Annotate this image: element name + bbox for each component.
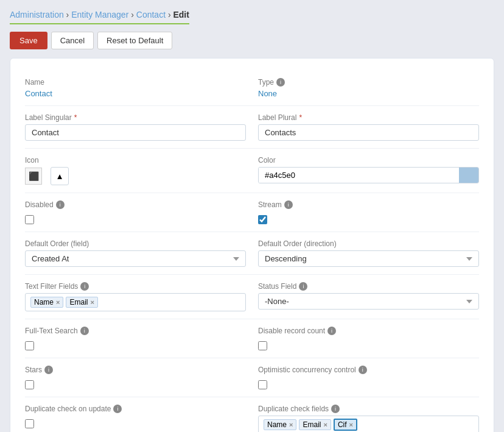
fulltext-checkbox[interactable] <box>25 341 34 350</box>
dup-fields-group: Duplicate check fields i Name × Email × … <box>258 405 479 432</box>
breadcrumb-sep2: › <box>131 10 136 19</box>
disable-record-info-icon: i <box>327 327 336 335</box>
default-order-direction-group: Default Order (direction) Descending <box>258 239 479 267</box>
optimistic-checkbox-group <box>258 377 479 389</box>
label-singular-input[interactable] <box>25 124 246 141</box>
stars-checkbox-group <box>25 377 246 389</box>
fulltext-checkbox-group <box>25 338 246 350</box>
dup-fields-info-icon: i <box>331 405 340 413</box>
chevron-up-button[interactable]: ▲ <box>51 167 69 185</box>
label-singular-label: Label Singular * <box>25 113 246 122</box>
label-singular-group: Label Singular * <box>25 113 246 141</box>
stream-group: Stream i <box>258 200 479 224</box>
dup-fields-label: Duplicate check fields i <box>258 405 479 413</box>
status-field-select[interactable]: -None- <box>258 293 479 310</box>
dup-tag-name: Name × <box>264 419 296 430</box>
default-order-field-label: Default Order (field) <box>25 239 246 248</box>
tag-email-remove[interactable]: × <box>90 299 94 306</box>
label-plural-label: Label Plural * <box>258 113 479 122</box>
tag-name-remove[interactable]: × <box>56 299 60 306</box>
disabled-label: Disabled i <box>25 200 246 209</box>
color-text-input[interactable] <box>259 168 459 183</box>
stream-info-icon: i <box>284 200 293 209</box>
icon-label: Icon <box>25 156 246 165</box>
breadcrumb-edit: Edit <box>173 10 189 19</box>
optimistic-label: Optimistic concurrency control i <box>258 366 479 374</box>
type-group: Type i None <box>258 78 479 98</box>
stream-checkbox[interactable] <box>258 215 267 224</box>
disable-record-checkbox-group <box>258 338 479 350</box>
color-swatch[interactable] <box>459 168 478 183</box>
dup-tag-name-remove[interactable]: × <box>289 421 293 428</box>
stream-label: Stream i <box>258 200 479 209</box>
row-icon-color: Icon ⬛ ▲ Color <box>25 149 479 193</box>
dup-tag-email: Email × <box>299 419 331 430</box>
tag-name: Name × <box>30 297 63 308</box>
disabled-checkbox-group <box>25 211 246 224</box>
breadcrumb-contact[interactable]: Contact <box>136 10 166 19</box>
icon-preview: ⬛ <box>25 168 42 185</box>
cancel-button[interactable]: Cancel <box>51 32 94 49</box>
label-plural-input[interactable] <box>258 124 479 141</box>
reset-button[interactable]: Reset to Default <box>97 32 172 49</box>
row-text-filter-status: Text Filter Fields i Name × Email × Stat… <box>25 275 479 319</box>
text-filter-group: Text Filter Fields i Name × Email × <box>25 282 246 311</box>
row-labels: Label Singular * Label Plural * <box>25 106 479 149</box>
disable-record-checkbox[interactable] <box>258 341 267 350</box>
disable-record-label: Disable record count i <box>258 327 479 335</box>
row-disabled-stream: Disabled i Stream i <box>25 193 479 232</box>
stars-label: Stars i <box>25 366 246 374</box>
stars-checkbox[interactable] <box>25 380 34 389</box>
toolbar: Save Cancel Reset to Default <box>10 32 494 49</box>
color-input-wrap <box>258 167 479 183</box>
breadcrumb-entity-manager[interactable]: Entity Manager <box>71 10 128 19</box>
type-label: Type i <box>258 78 479 87</box>
type-value: None <box>258 89 479 98</box>
dup-fields-tags[interactable]: Name × Email × Cif × <box>258 416 479 432</box>
stars-group: Stars i <box>25 366 246 389</box>
row-name-type: Name Contact Type i None <box>25 71 479 106</box>
breadcrumb-admin[interactable]: Administration <box>10 10 64 19</box>
color-group: Color <box>258 156 479 185</box>
fulltext-label: Full-Text Search i <box>25 327 246 335</box>
optimistic-info-icon: i <box>359 366 367 374</box>
disabled-group: Disabled i <box>25 200 246 224</box>
form-card: Name Contact Type i None Label Singular … <box>10 58 494 432</box>
dup-update-label: Duplicate check on update i <box>25 405 246 413</box>
row-stars-optimistic: Stars i Optimistic concurrency control i <box>25 358 479 397</box>
breadcrumb-sep1: › <box>66 10 72 19</box>
disabled-checkbox[interactable] <box>25 215 34 224</box>
type-info-icon: i <box>276 78 285 87</box>
dup-update-group: Duplicate check on update i <box>25 405 246 432</box>
dup-update-checkbox[interactable] <box>25 419 34 428</box>
disable-record-group: Disable record count i <box>258 327 479 350</box>
breadcrumb: Administration › Entity Manager › Contac… <box>10 10 494 32</box>
default-order-direction-select[interactable]: Descending <box>258 250 479 267</box>
name-group: Name Contact <box>25 78 246 98</box>
optimistic-checkbox[interactable] <box>258 380 267 389</box>
stream-checkbox-group <box>258 211 479 224</box>
color-label: Color <box>258 156 479 165</box>
status-field-label: Status Field i <box>258 282 479 291</box>
name-label: Name <box>25 78 246 87</box>
text-filter-label: Text Filter Fields i <box>25 282 246 291</box>
row-fulltext-disablecount: Full-Text Search i Disable record count … <box>25 319 479 358</box>
status-field-group: Status Field i -None- <box>258 282 479 311</box>
tag-email: Email × <box>66 297 97 308</box>
icon-row: ⬛ ▲ <box>25 167 246 185</box>
stars-info-icon: i <box>44 366 53 374</box>
label-plural-group: Label Plural * <box>258 113 479 141</box>
text-filter-tags[interactable]: Name × Email × <box>25 293 246 311</box>
disabled-info-icon: i <box>56 200 65 209</box>
dup-tag-email-remove[interactable]: × <box>323 421 327 428</box>
default-order-field-select[interactable]: Created At <box>25 250 246 267</box>
save-button[interactable]: Save <box>10 32 47 49</box>
text-filter-info-icon: i <box>80 282 89 291</box>
default-order-field-group: Default Order (field) Created At <box>25 239 246 267</box>
optimistic-group: Optimistic concurrency control i <box>258 366 479 389</box>
status-field-info-icon: i <box>299 282 307 291</box>
fulltext-info-icon: i <box>80 327 89 335</box>
dup-tag-cif-remove[interactable]: × <box>349 421 353 428</box>
dup-update-info-icon: i <box>113 405 122 413</box>
fulltext-group: Full-Text Search i <box>25 327 246 350</box>
